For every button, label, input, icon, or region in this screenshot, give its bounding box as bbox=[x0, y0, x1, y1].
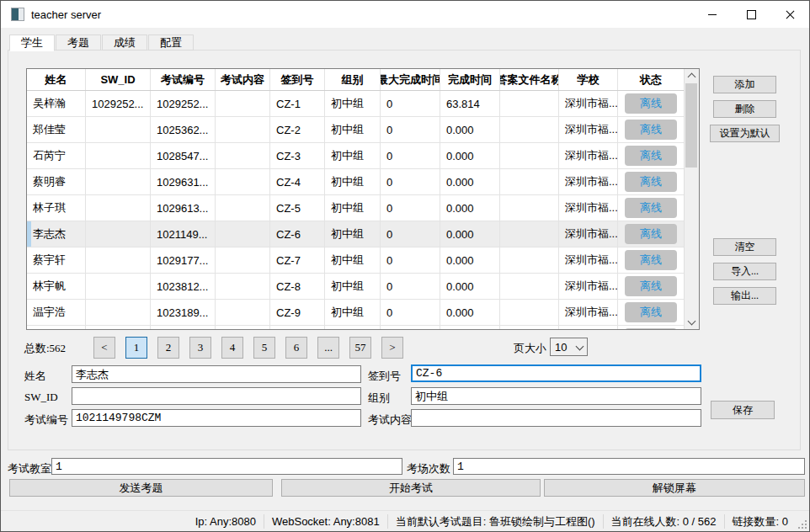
page-next-button[interactable]: > bbox=[381, 337, 403, 359]
cell-school: 深圳市福... bbox=[559, 326, 618, 330]
swid-label: SW_ID bbox=[24, 391, 58, 404]
page-button[interactable]: 2 bbox=[157, 337, 179, 359]
resize-grip-icon[interactable] bbox=[805, 527, 807, 529]
cell-group: 初中组 bbox=[325, 143, 381, 168]
status-offline-button[interactable]: 离线 bbox=[625, 224, 677, 244]
maximize-button[interactable] bbox=[732, 1, 770, 28]
status-offline-button[interactable]: 离线 bbox=[625, 120, 677, 140]
column-header[interactable]: 学校 bbox=[559, 69, 618, 90]
cell-exam_no: 1029631... bbox=[151, 169, 216, 194]
save-button[interactable]: 保存 bbox=[711, 401, 775, 419]
page-button[interactable]: 1 bbox=[125, 337, 147, 359]
column-header[interactable]: 考试编号 bbox=[151, 69, 216, 90]
column-header[interactable]: 最大完成时间 bbox=[381, 69, 440, 90]
sign-no-field[interactable] bbox=[411, 364, 701, 382]
exam-no-field[interactable] bbox=[72, 409, 361, 427]
page-button[interactable]: 4 bbox=[221, 337, 243, 359]
column-header[interactable]: 答案文件名称 bbox=[500, 69, 559, 90]
classroom-field[interactable] bbox=[51, 458, 402, 475]
scroll-up-icon[interactable] bbox=[688, 73, 696, 82]
minimize-button[interactable] bbox=[693, 1, 732, 28]
sign-no-label: 签到号 bbox=[368, 369, 401, 384]
column-header[interactable]: 完成时间 bbox=[440, 69, 500, 90]
status-offline-button[interactable]: 离线 bbox=[625, 198, 677, 218]
scrollbar-thumb[interactable] bbox=[685, 83, 697, 168]
close-button[interactable] bbox=[770, 1, 809, 28]
tab-students[interactable]: 学生 bbox=[9, 35, 55, 51]
table-row[interactable]: 吴梓瀚1029252...1029252...CZ-1初中组063.814深圳市… bbox=[27, 91, 699, 117]
chevron-down-icon bbox=[576, 343, 584, 351]
status-offline-button[interactable]: 离线 bbox=[625, 276, 677, 296]
clear-button[interactable]: 清空 bbox=[713, 238, 776, 256]
scroll-down-icon[interactable] bbox=[688, 317, 696, 326]
cell-exam_no: 1028547... bbox=[151, 143, 216, 168]
cell-group: 初中组 bbox=[325, 195, 381, 221]
import-button[interactable]: 导入... bbox=[713, 263, 776, 280]
table-scrollbar[interactable] bbox=[684, 69, 699, 329]
unlock-screen-button[interactable]: 解锁屏幕 bbox=[544, 479, 805, 497]
column-header[interactable]: 考试内容 bbox=[216, 69, 270, 90]
page-button[interactable]: 57 bbox=[349, 337, 371, 359]
page-size-select[interactable]: 10 bbox=[550, 338, 588, 356]
cell-exam_content bbox=[216, 91, 270, 116]
tab-exam-questions[interactable]: 考题 bbox=[56, 35, 101, 51]
session-field[interactable] bbox=[453, 458, 805, 475]
set-default-button[interactable]: 设置为默认 bbox=[710, 125, 780, 142]
page-button[interactable]: 3 bbox=[189, 337, 211, 359]
status-offline-button[interactable]: 离线 bbox=[625, 250, 677, 270]
page-button[interactable]: 6 bbox=[285, 337, 307, 359]
status-offline-button[interactable]: 离线 bbox=[625, 93, 677, 114]
status-websocket: WebSocket: Any:8081 bbox=[264, 514, 387, 529]
status-offline-button[interactable]: 离线 bbox=[625, 146, 677, 166]
cell-school: 深圳市福... bbox=[559, 221, 618, 247]
cell-exam_no: 1023526... bbox=[151, 326, 216, 330]
swid-field[interactable] bbox=[72, 387, 361, 405]
cell-max_finish_time: 0 bbox=[381, 326, 440, 330]
status-offline-button[interactable]: 离线 bbox=[625, 172, 677, 192]
export-button[interactable]: 输出... bbox=[713, 287, 776, 305]
table-row[interactable]: 温宇浩1023189...CZ-9初中组00.000深圳市福...离线 bbox=[27, 300, 699, 326]
pagination: < 123456...57 > bbox=[93, 337, 403, 359]
table-row[interactable]: 蔡宇轩1029177...CZ-7初中组00.000深圳市福...离线 bbox=[27, 247, 699, 274]
table-row[interactable]: 石芮宁1028547...CZ-3初中组00.000深圳市福...离线 bbox=[27, 143, 699, 169]
maximize-icon bbox=[747, 10, 756, 19]
cell-answer_file bbox=[500, 91, 559, 116]
page-button[interactable]: 5 bbox=[253, 337, 275, 359]
delete-button[interactable]: 删除 bbox=[713, 100, 776, 118]
column-header[interactable]: 组别 bbox=[325, 69, 381, 90]
column-header[interactable]: 状态 bbox=[618, 69, 685, 90]
cell-sign_no: CZ-1 bbox=[270, 91, 325, 116]
group-label: 组别 bbox=[368, 391, 390, 406]
table-row[interactable]: 李志杰1021149...CZ-6初中组00.000深圳市福...离线 bbox=[27, 221, 699, 247]
table-row[interactable]: 林宇帆1023812...CZ-8初中组00.000深圳市福...离线 bbox=[27, 274, 699, 300]
table-row[interactable]: 蔡明睿1029631...CZ-4初中组00.000深圳市福...离线 bbox=[27, 169, 699, 195]
column-header[interactable]: SW_ID bbox=[86, 69, 151, 90]
cell-answer_file bbox=[500, 326, 559, 330]
table-row[interactable]: 郑佳莹1025362...CZ-2初中组00.000深圳市福...离线 bbox=[27, 117, 699, 143]
cell-sign_no: CZ-4 bbox=[270, 169, 325, 194]
table-row[interactable]: 罗思非1023526...CZ-10初中组00.000深圳市福...离线 bbox=[27, 326, 699, 330]
page-ellipsis-button[interactable]: ... bbox=[317, 337, 339, 359]
cell-group: 初中组 bbox=[325, 247, 381, 273]
cell-answer_file bbox=[500, 274, 559, 299]
cell-sw_id bbox=[86, 117, 151, 142]
add-button[interactable]: 添加 bbox=[713, 76, 776, 93]
tab-bar: 学生 考题 成绩 配置 bbox=[9, 35, 195, 51]
status-offline-button[interactable]: 离线 bbox=[625, 328, 677, 330]
name-field[interactable] bbox=[72, 365, 361, 383]
page-prev-button[interactable]: < bbox=[93, 337, 115, 359]
column-header[interactable]: 姓名 bbox=[27, 69, 86, 90]
cell-school: 深圳市福... bbox=[559, 300, 618, 325]
send-questions-button[interactable]: 发送考题 bbox=[9, 479, 273, 497]
tab-configuration[interactable]: 配置 bbox=[148, 35, 194, 51]
cell-exam_content bbox=[216, 274, 270, 299]
column-header[interactable]: 签到号 bbox=[270, 69, 325, 90]
status-offline-button[interactable]: 离线 bbox=[625, 302, 677, 322]
cell-school: 深圳市福... bbox=[559, 169, 618, 194]
tab-grades[interactable]: 成绩 bbox=[102, 35, 147, 51]
group-field[interactable] bbox=[411, 387, 701, 405]
cell-school: 深圳市福... bbox=[559, 117, 618, 142]
table-row[interactable]: 林子琪1029613...CZ-5初中组00.000深圳市福...离线 bbox=[27, 195, 699, 221]
exam-content-field[interactable] bbox=[411, 409, 701, 427]
start-exam-button[interactable]: 开始考试 bbox=[281, 479, 541, 497]
